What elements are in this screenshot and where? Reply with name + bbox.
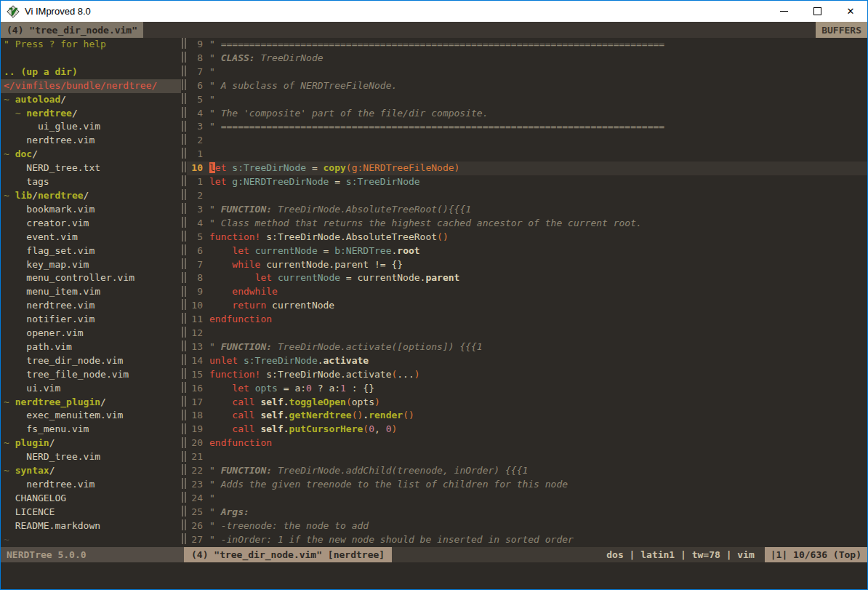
tree-item-menu-item-vim[interactable]: menu_item.vim <box>1 285 181 299</box>
code-line[interactable]: 19 call self.putCursorHere(0, 0) <box>187 423 867 436</box>
code-line[interactable]: 14unlet s:TreeDirNode.activate <box>187 354 867 368</box>
token: LICENCE <box>4 506 55 517</box>
code-line[interactable]: 7 while currentNode.parent != {} <box>187 258 867 272</box>
code-line[interactable]: 1 <box>187 148 867 162</box>
maximize-button[interactable] <box>800 1 834 22</box>
token: / <box>100 396 106 407</box>
tree-item-creator-vim[interactable]: creator.vim <box>1 217 181 231</box>
vertical-split-handle[interactable] <box>181 38 187 547</box>
tab-current-buffer[interactable]: (4) "tree_dir_node.vim" <box>1 22 143 38</box>
tree-item-flag-set-vim[interactable]: flag_set.vim <box>1 244 181 258</box>
nontext-tilde[interactable]: ~ <box>1 533 181 547</box>
tree-item-bookmark-vim[interactable]: bookmark.vim <box>1 203 181 217</box>
tree-item-press-for-help[interactable]: " Press ? for help <box>1 38 181 52</box>
token: event.vim <box>4 231 78 242</box>
tree-item-nerd-tree-txt[interactable]: NERD_tree.txt <box>1 162 181 175</box>
code-line[interactable]: 12 <box>187 327 867 340</box>
code-line[interactable]: 22" FUNCTION: TreeDirNode.addChild(treen… <box>187 464 867 478</box>
code-line[interactable]: 13" FUNCTION: TreeDirNode.activate([opti… <box>187 340 867 354</box>
close-button[interactable]: ✕ <box>834 1 867 22</box>
token: / <box>84 190 89 201</box>
tree-item-event-vim[interactable]: event.vim <box>1 231 181 244</box>
statusline-nerdtree-version: NERDTree 5.0.0 <box>1 547 184 562</box>
tree-item-exec-menuitem-vim[interactable]: exec_menuitem.vim <box>1 409 181 423</box>
code-line[interactable]: 15function! s:TreeDirNode.activate(...) <box>187 368 867 382</box>
code-line[interactable]: 25" Args: <box>187 506 867 519</box>
tree-item-up-a-dir[interactable]: .. (up a dir) <box>1 65 181 79</box>
code-line[interactable]: 8 let currentNode = currentNode.parent <box>187 271 867 285</box>
token: " Press ? for help <box>4 39 106 49</box>
tree-row-empty <box>1 52 181 65</box>
tree-item-syntax[interactable]: ~ syntax/ <box>1 464 181 478</box>
tree-item-tree-file-node-vim[interactable]: tree_file_node.vim <box>1 368 181 382</box>
tree-item-tree-dir-node-vim[interactable]: tree_dir_node.vim <box>1 354 181 368</box>
window-titlebar: Vi IMproved 8.0 ✕ <box>1 1 867 22</box>
tree-item-lib-nerdtree[interactable]: ~ lib/nerdtree/ <box>1 189 181 203</box>
code-line[interactable]: 18 call self.getNerdtree().render() <box>187 409 867 423</box>
token <box>209 245 232 256</box>
code-text: " Args: <box>209 506 249 519</box>
line-number: 25 <box>187 506 203 519</box>
code-line[interactable]: 8" CLASS: TreeDirNode <box>187 52 867 65</box>
tree-item-opener-vim[interactable]: opener.vim <box>1 327 181 340</box>
token: call <box>232 410 254 420</box>
tree-item-notifier-vim[interactable]: notifier.vim <box>1 313 181 327</box>
code-line[interactable]: 7" <box>187 65 867 79</box>
code-line[interactable]: 2 <box>187 189 867 203</box>
code-line[interactable]: 11endfunction <box>187 313 867 327</box>
code-line[interactable]: 3" FUNCTION: TreeDirNode.AbsoluteTreeRoo… <box>187 203 867 217</box>
tree-item-path-vim[interactable]: path.vim <box>1 340 181 354</box>
token: = a: <box>278 383 306 394</box>
tree-root-path[interactable]: </vimfiles/bundle/nerdtree/ <box>1 79 181 93</box>
code-line-current[interactable]: 10let s:TreeDirNode = copy(g:NERDTreeFil… <box>187 162 867 175</box>
tree-item-changelog[interactable]: CHANGELOG <box>1 492 181 506</box>
code-line[interactable]: 23" Adds the given treenode to the list … <box>187 478 867 492</box>
code-line[interactable]: 5function! s:TreeDirNode.AbsoluteTreeRoo… <box>187 231 867 244</box>
tree-item-nerd-tree-vim[interactable]: NERD_tree.vim <box>1 450 181 464</box>
code-line[interactable]: 5" <box>187 93 867 107</box>
tree-item-doc[interactable]: ~ doc/ <box>1 148 181 162</box>
code-text: unlet s:TreeDirNode.activate <box>209 354 369 368</box>
token: nerdtree.vim <box>4 479 95 490</box>
code-text: while currentNode.parent != {} <box>209 258 403 272</box>
tree-item-ui-glue-vim[interactable]: ui_glue.vim <box>1 120 181 134</box>
code-line[interactable]: 17 call self.toggleOpen(opts) <box>187 396 867 410</box>
tree-item-ui-vim[interactable]: ui.vim <box>1 382 181 396</box>
token: plugin <box>15 437 49 448</box>
token: let <box>232 245 249 256</box>
tree-item-nerdtree-vim[interactable]: nerdtree.vim <box>1 134 181 148</box>
code-line[interactable]: 10 return currentNode <box>187 299 867 313</box>
code-line[interactable]: 26" -treenode: the node to add <box>187 519 867 533</box>
tree-item-key-map-vim[interactable]: key_map.vim <box>1 258 181 272</box>
tree-item-tags[interactable]: tags <box>1 175 181 189</box>
minimize-button[interactable] <box>767 1 800 22</box>
token: s:TreeDirNode.activate <box>260 369 391 380</box>
tree-item-fs-menu-vim[interactable]: fs_menu.vim <box>1 423 181 436</box>
code-line[interactable]: 20endfunction <box>187 436 867 450</box>
tree-item-nerdtree-plugin[interactable]: ~ nerdtree_plugin/ <box>1 396 181 410</box>
code-line[interactable]: 4" The 'composite' part of the file/dir … <box>187 107 867 121</box>
code-line[interactable]: 1let g:NERDTreeDirNode = s:TreeDirNode <box>187 175 867 189</box>
code-line[interactable]: 3" =====================================… <box>187 120 867 134</box>
token: root <box>397 245 419 256</box>
tree-item-autoload[interactable]: ~ autoload/ <box>1 93 181 107</box>
code-line[interactable]: 2 <box>187 134 867 148</box>
token: " <box>209 52 221 63</box>
code-line[interactable]: 6" A subclass of NERDTreeFileNode. <box>187 79 867 93</box>
code-line[interactable]: 9 endwhile <box>187 285 867 299</box>
tree-item-licence[interactable]: LICENCE <box>1 506 181 519</box>
tree-item-nerdtree-vim[interactable]: nerdtree.vim <box>1 299 181 313</box>
code-line[interactable]: 27" -inOrder: 1 if the new node should b… <box>187 533 867 547</box>
tree-item-nerdtree[interactable]: ~ nerdtree/ <box>1 107 181 121</box>
code-line[interactable]: 24" <box>187 492 867 506</box>
code-line[interactable]: 6 let currentNode = b:NERDTree.root <box>187 244 867 258</box>
code-line[interactable]: 16 let opts = a:0 ? a:1 : {} <box>187 382 867 396</box>
tree-item-plugin[interactable]: ~ plugin/ <box>1 436 181 450</box>
code-line[interactable]: 9" =====================================… <box>187 38 867 52</box>
tree-item-nerdtree-vim[interactable]: nerdtree.vim <box>1 478 181 492</box>
tree-item-readme-markdown[interactable]: README.markdown <box>1 519 181 533</box>
code-line[interactable]: 21 <box>187 450 867 464</box>
tree-item-menu-controller-vim[interactable]: menu_controller.vim <box>1 271 181 285</box>
token: () <box>403 410 414 420</box>
code-line[interactable]: 4" Class method that returns the highest… <box>187 217 867 231</box>
